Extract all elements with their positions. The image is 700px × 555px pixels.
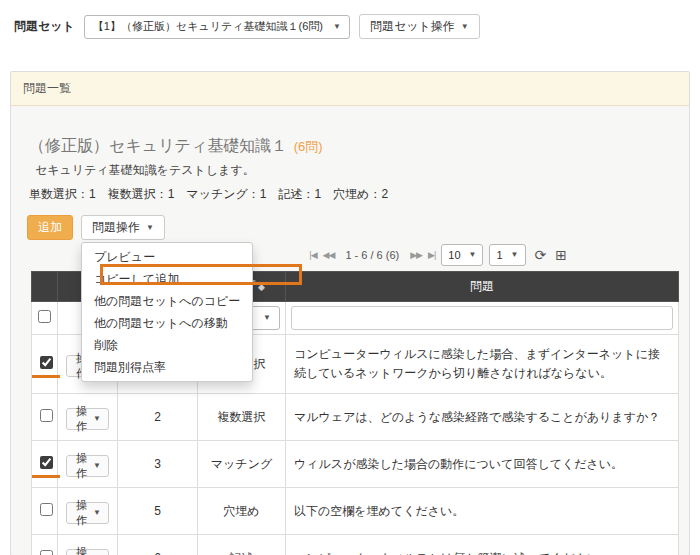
caret-down-icon: ▼ [93, 509, 101, 517]
row-checkbox-cell [32, 488, 58, 535]
row-action-button[interactable]: 操作 ▼ [66, 455, 109, 477]
panel-body: （修正版）セキュリティ基礎知識１ (6問) セキュリティ基礎知識をテストします。… [11, 106, 689, 555]
question-actions-label: 問題操作 [92, 219, 140, 236]
row-number: 2 [118, 394, 198, 441]
caret-down-icon: ▼ [93, 462, 101, 470]
row-type: 複数選択 [198, 394, 286, 441]
question-set-label: 問題セット [14, 18, 75, 35]
last-page-icon[interactable]: ▶| [428, 250, 435, 260]
menu-item[interactable]: プレビュー [82, 246, 252, 268]
prev-page-icon[interactable]: ◀◀ [323, 250, 335, 260]
row-checkbox-cell [32, 394, 58, 441]
toolbar: 追加 問題操作 ▼ プレビューコピーして追加他の問題セットへのコピー他の問題セッ… [27, 215, 679, 240]
row-checkbox-cell [32, 441, 58, 488]
row-question: マルウェアは、どのような感染経路で感染することがありますか？ [286, 394, 679, 441]
row-question: コンピューターウィルスに感染した場合、まずインターネットに接続しているネットワー… [286, 335, 679, 394]
question-set-actions-label: 問題セット操作 [370, 18, 455, 35]
add-question-button[interactable]: 追加 [27, 215, 73, 240]
menu-item[interactable]: 削除 [82, 334, 252, 356]
row-number: 5 [118, 488, 198, 535]
caret-down-icon: ▼ [263, 314, 271, 322]
question-set-bar: 問題セット 【1】（修正版）セキュリティ基礎知識１(6問) ▼ 問題セット操作 … [0, 0, 700, 47]
header-checkbox-column [32, 272, 58, 302]
row-checkbox[interactable] [40, 456, 53, 469]
refresh-icon[interactable]: ⟳ [535, 248, 547, 262]
page-size-select[interactable]: 10 ▼ [441, 244, 483, 266]
caret-down-icon: ▼ [146, 224, 154, 232]
row-action-label: 操作 [74, 451, 89, 481]
row-checkbox[interactable] [40, 550, 53, 555]
question-set-select[interactable]: 【1】（修正版）セキュリティ基礎知識１(6問) ▼ [84, 15, 350, 39]
header-question-column[interactable]: 問題 [286, 272, 679, 302]
row-type: 穴埋め [198, 488, 286, 535]
table-row: 操作 ▼ 5 穴埋め 以下の空欄を埋めてください。 [32, 488, 679, 535]
question-actions-menu: プレビューコピーして追加他の問題セットへのコピー他の問題セットへの移動削除問題別… [81, 242, 253, 382]
row-question: 以下の空欄を埋めてください。 [286, 488, 679, 535]
table-row: 操作 ▼ 3 マッチング ウィルスが感染した場合の動作について回答してください。 [32, 441, 679, 488]
select-all-checkbox[interactable] [38, 310, 51, 323]
first-page-icon[interactable]: |◀ [309, 250, 316, 260]
row-checkbox[interactable] [40, 409, 53, 422]
row-action-cell: 操作 ▼ [58, 441, 118, 488]
question-set-actions-button[interactable]: 問題セット操作 ▼ [359, 14, 480, 39]
sort-icon[interactable]: ◆ [258, 282, 265, 292]
row-number: 3 [118, 441, 198, 488]
row-action-button[interactable]: 操作 ▼ [66, 502, 109, 524]
caret-down-icon: ▼ [461, 23, 469, 31]
question-list-panel: 問題一覧 （修正版）セキュリティ基礎知識１ (6問) セキュリティ基礎知識をテス… [10, 71, 690, 555]
row-action-cell: 操作 ▼ [58, 394, 118, 441]
question-set-description: セキュリティ基礎知識をテストします。 [35, 162, 679, 179]
question-filter-input[interactable] [291, 306, 673, 330]
table-row: 操作 ▼ 6 記述 コンピューターウィルスとは何か簡潔に述べてください。 [32, 535, 679, 555]
row-number: 6 [118, 535, 198, 555]
question-set-title: （修正版）セキュリティ基礎知識１ (6問) [29, 136, 679, 157]
row-action-button[interactable]: 操作 ▼ [66, 549, 109, 555]
caret-down-icon: ▼ [469, 251, 477, 259]
row-action-cell: 操作 ▼ [58, 535, 118, 555]
row-action-label: 操作 [74, 498, 89, 528]
question-set-title-text: （修正版）セキュリティ基礎知識１ [29, 137, 287, 154]
next-page-icon[interactable]: ▶▶ [410, 250, 422, 260]
table-row: 操作 ▼ 2 複数選択 マルウェアは、どのような感染経路で感染することがあります… [32, 394, 679, 441]
page-number-select[interactable]: 1 ▼ [489, 244, 525, 266]
menu-item[interactable]: コピーして追加 [82, 268, 252, 290]
row-checkbox[interactable] [40, 503, 53, 516]
menu-item[interactable]: 問題別得点率 [82, 356, 252, 378]
menu-item[interactable]: 他の問題セットへのコピー [82, 290, 252, 312]
row-type: 記述 [198, 535, 286, 555]
row-checkbox[interactable] [40, 356, 53, 369]
annotation-underline [32, 375, 60, 378]
row-question: ウィルスが感染した場合の動作について回答してください。 [286, 441, 679, 488]
row-action-label: 操作 [74, 545, 89, 555]
question-actions-button[interactable]: 問題操作 ▼ [81, 215, 165, 240]
menu-item[interactable]: 他の問題セットへの移動 [82, 312, 252, 334]
pager-info: 1 - 6 / 6 (6) [345, 249, 399, 261]
row-action-label: 操作 [74, 404, 89, 434]
annotation-underline [32, 475, 60, 478]
columns-icon[interactable]: ⊞ [555, 248, 567, 262]
caret-down-icon: ▼ [511, 251, 519, 259]
page-size-value: 10 [448, 249, 460, 261]
question-set-select-value: 【1】（修正版）セキュリティ基礎知識１(6問) [93, 19, 323, 34]
question-actions-dropdown: 問題操作 ▼ プレビューコピーして追加他の問題セットへのコピー他の問題セットへの… [81, 215, 165, 240]
row-action-cell: 操作 ▼ [58, 488, 118, 535]
row-type: マッチング [198, 441, 286, 488]
row-question: コンピューターウィルスとは何か簡潔に述べてください。 [286, 535, 679, 555]
row-checkbox-cell [32, 535, 58, 555]
panel-heading: 問題一覧 [11, 72, 689, 106]
question-type-stats: 単数選択：1 複数選択：1 マッチング：1 記述：1 穴埋め：2 [29, 186, 679, 203]
caret-down-icon: ▼ [93, 415, 101, 423]
row-checkbox-cell [32, 335, 58, 394]
question-count-badge: (6問) [294, 139, 323, 154]
caret-down-icon: ▼ [333, 23, 341, 31]
page-number-value: 1 [496, 249, 502, 261]
row-action-button[interactable]: 操作 ▼ [66, 408, 109, 430]
